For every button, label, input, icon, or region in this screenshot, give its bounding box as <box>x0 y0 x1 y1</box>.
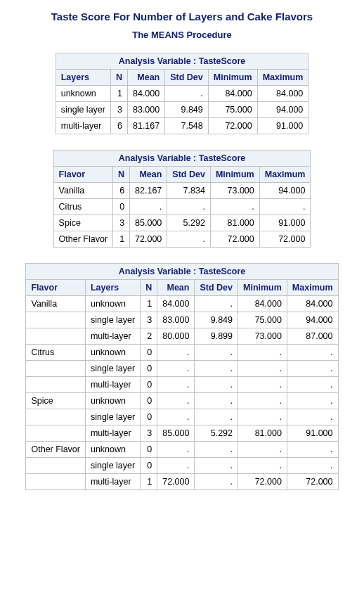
col-layers: Layers <box>85 280 140 296</box>
table-row: Other Flavor 1 72.000 . 72.000 72.000 <box>53 231 311 248</box>
table-row: Spice 3 85.000 5.292 81.000 91.000 <box>53 215 311 231</box>
table-caption: Analysis Variable : TasteScore <box>53 150 311 167</box>
col-min: Minimum <box>208 70 257 86</box>
col-stddev: Std Dev <box>165 70 209 86</box>
col-n: N <box>110 70 127 86</box>
table-row: Spiceunknown0.... <box>26 393 338 409</box>
col-mean: Mean <box>157 280 195 296</box>
col-flavor: Flavor <box>53 167 112 183</box>
col-n: N <box>141 280 157 296</box>
table-row: unknown 1 84.000 . 84.000 84.000 <box>56 86 308 102</box>
subtitle: The MEANS Procedure <box>7 30 357 40</box>
page-title: Taste Score For Number of Layers and Cak… <box>7 11 357 23</box>
col-stddev: Std Dev <box>167 167 211 183</box>
col-min: Minimum <box>238 280 287 296</box>
table-row: Citrusunknown0.... <box>26 345 338 361</box>
col-max: Maximum <box>257 70 308 86</box>
table-row: single layer0.... <box>26 361 338 377</box>
table-caption: Analysis Variable : TasteScore <box>56 53 308 70</box>
table-row: multi-layer172.000.72.00072.000 <box>26 474 338 490</box>
table-row: Citrus 0 . . . . <box>53 199 311 215</box>
layers-table: Analysis Variable : TasteScore Layers N … <box>56 53 309 134</box>
col-max: Maximum <box>259 167 311 183</box>
table-row: multi-layer 6 81.167 7.548 72.000 91.000 <box>56 118 308 134</box>
col-max: Maximum <box>287 280 338 296</box>
table-row: Vanilla 6 82.167 7.834 73.000 94.000 <box>53 183 311 199</box>
table-row: multi-layer385.0005.29281.00091.000 <box>26 425 338 442</box>
table-row: single layer 3 83.000 9.849 75.000 94.00… <box>56 102 308 118</box>
table-row: single layer0.... <box>26 409 338 425</box>
table-row: multi-layer280.0009.89973.00087.000 <box>26 328 338 345</box>
table-row: Other Flavorunknown0.... <box>26 442 338 458</box>
table-caption: Analysis Variable : TasteScore <box>26 264 338 280</box>
table-row: multi-layer0.... <box>26 377 338 393</box>
flavor-table: Analysis Variable : TasteScore Flavor N … <box>53 150 311 248</box>
col-n: N <box>113 167 130 183</box>
col-stddev: Std Dev <box>195 280 238 296</box>
col-layers: Layers <box>56 70 110 86</box>
table-row: Vanillaunknown184.000.84.00084.000 <box>26 296 338 312</box>
col-min: Minimum <box>210 167 259 183</box>
flavor-layers-table: Analysis Variable : TasteScore Flavor La… <box>25 263 338 490</box>
col-flavor: Flavor <box>26 280 85 296</box>
table-row: single layer0.... <box>26 458 338 474</box>
table-row: single layer383.0009.84975.00094.000 <box>26 312 338 328</box>
col-mean: Mean <box>130 167 167 183</box>
col-mean: Mean <box>127 70 164 86</box>
